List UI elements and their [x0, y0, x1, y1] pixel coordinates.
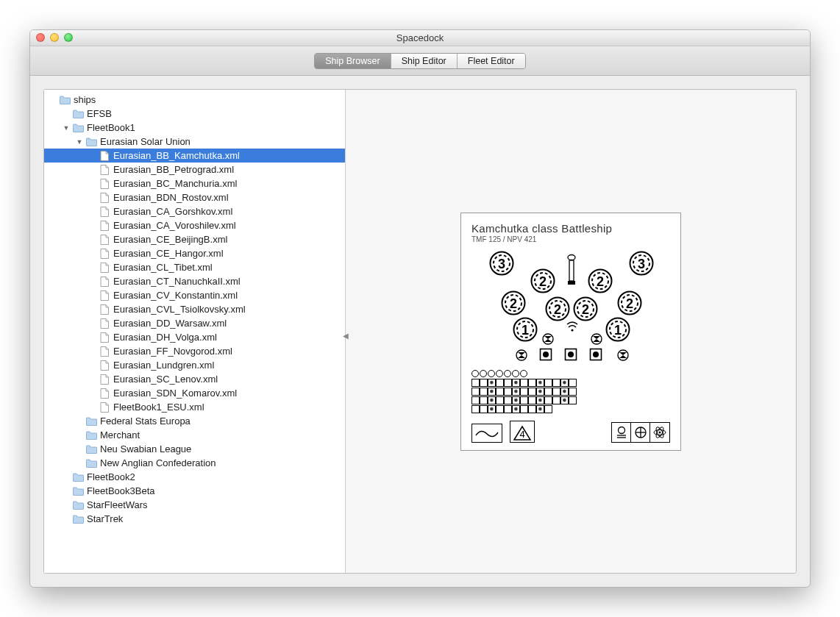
tree-file[interactable]: Eurasian_CV_Konstantin.xml — [44, 288, 345, 302]
file-tree[interactable]: shipsEFSB▼FleetBook1▼Eurasian Solar Unio… — [44, 93, 345, 526]
tree-folder[interactable]: ▼Eurasian Solar Union — [44, 135, 345, 149]
tree-item-label: Eurasian_SDN_Komarov.xml — [113, 388, 237, 399]
tree-item-label: Eurasian_CE_Hangor.xml — [113, 248, 224, 259]
tree-file[interactable]: Eurasian_DH_Volga.xml — [44, 330, 345, 344]
tree-folder[interactable]: Neu Swabian League — [44, 442, 345, 456]
svg-point-34 — [543, 334, 553, 344]
ship-card: Kamchutka class Battleship TMF 125 / NPV… — [460, 213, 681, 451]
weapon-battery-icon: 3 — [629, 251, 654, 276]
system-icon-2 — [631, 423, 650, 442]
tree-folder[interactable]: Federal Stats Europa — [44, 414, 345, 428]
tab-ship-editor[interactable]: Ship Editor — [391, 54, 458, 68]
tree-file[interactable]: Eurasian_DD_Warsaw.xml — [44, 316, 345, 330]
tree-folder[interactable]: FleetBook3Beta — [44, 484, 345, 498]
folder-icon — [85, 430, 97, 441]
file-icon — [99, 277, 110, 287]
folder-icon — [72, 123, 84, 133]
tree-item-label: FleetBook1_ESU.xml — [113, 402, 204, 413]
tree-folder[interactable]: New Anglian Confederation — [44, 456, 345, 470]
minimize-icon[interactable] — [50, 33, 59, 42]
tab-ship-browser[interactable]: Ship Browser — [315, 54, 391, 68]
tree-item-label: Eurasian_Lundgren.xml — [113, 360, 214, 371]
tree-file[interactable]: Eurasian_CA_Voroshilev.xml — [44, 218, 345, 232]
tree-folder[interactable]: Merchant — [44, 428, 345, 442]
svg-point-36 — [516, 350, 527, 360]
file-icon — [99, 332, 110, 343]
zoom-icon[interactable] — [64, 33, 73, 42]
file-tree-pane[interactable]: shipsEFSB▼FleetBook1▼Eurasian Solar Unio… — [44, 90, 346, 573]
titlebar[interactable]: Spacedock — [30, 30, 810, 46]
close-icon[interactable] — [36, 33, 45, 42]
tree-file[interactable]: Eurasian_Lundgren.xml — [44, 358, 345, 372]
folder-icon — [72, 514, 84, 524]
tree-file[interactable]: Eurasian_CE_BeijingB.xml — [44, 232, 345, 246]
ship-subtitle: TMF 125 / NPV 421 — [471, 235, 670, 243]
tree-file[interactable]: Eurasian_SC_Lenov.xml — [44, 372, 345, 386]
tree-item-label: Federal Stats Europa — [100, 416, 191, 427]
disclosure-triangle-icon[interactable]: ▼ — [75, 138, 84, 146]
tree-folder[interactable]: ships — [44, 93, 345, 107]
weapon-battery-icon: 1 — [605, 317, 630, 342]
tree-folder[interactable]: StarFleetWars — [44, 498, 345, 512]
ship-hull-grid — [471, 370, 670, 413]
tree-folder[interactable]: FleetBook2 — [44, 470, 345, 484]
file-icon — [99, 402, 110, 413]
pds-icon — [516, 349, 527, 363]
svg-point-43 — [593, 352, 599, 357]
tree-folder[interactable]: StarTrek — [44, 512, 345, 526]
tree-file[interactable]: FleetBook1_ESU.xml — [44, 400, 345, 414]
file-icon — [99, 263, 110, 273]
tree-file[interactable]: Eurasian_SDN_Komarov.xml — [44, 386, 345, 400]
tree-folder[interactable]: ▼FleetBook1 — [44, 121, 345, 135]
ship-systems-icons — [611, 422, 670, 443]
tree-file[interactable]: Eurasian_BC_Manchuria.xml — [44, 176, 345, 190]
svg-rect-31 — [569, 260, 574, 281]
tree-item-label: Eurasian_CE_BeijingB.xml — [113, 234, 227, 245]
tree-file[interactable]: Eurasian_BB_Petrograd.xml — [44, 163, 345, 176]
system-icon-3 — [650, 423, 669, 442]
tree-item-label: Eurasian_CA_Voroshilev.xml — [113, 220, 236, 231]
svg-text:2: 2 — [554, 302, 561, 317]
tree-item-label: Eurasian_CL_Tibet.xml — [113, 262, 213, 273]
pds-icon — [617, 349, 629, 363]
svg-text:1: 1 — [614, 323, 622, 338]
svg-point-41 — [568, 352, 574, 357]
tree-folder[interactable]: EFSB — [44, 107, 345, 121]
file-icon — [99, 304, 110, 315]
weapon-battery-icon: 2 — [501, 290, 526, 315]
weapon-battery-icon: 2 — [573, 296, 598, 321]
tree-file[interactable]: Eurasian_CE_Hangor.xml — [44, 246, 345, 260]
svg-text:2: 2 — [582, 302, 589, 317]
splitter-handle-icon[interactable]: ◀ — [343, 332, 349, 340]
tree-item-label: Eurasian_CT_NanuchkaII.xml — [113, 276, 241, 287]
tree-file[interactable]: Eurasian_CL_Tibet.xml — [44, 260, 345, 274]
tree-item-label: FleetBook2 — [87, 471, 135, 482]
tree-item-label: Eurasian_DD_Warsaw.xml — [113, 318, 227, 329]
armor-row — [471, 370, 670, 377]
window-controls — [36, 33, 73, 42]
folder-icon — [85, 416, 97, 427]
file-icon — [99, 151, 110, 161]
ship-footer-row: 4 — [471, 421, 670, 443]
tree-file[interactable]: Eurasian_CT_NanuchkaII.xml — [44, 274, 345, 288]
tab-fleet-editor[interactable]: Fleet Editor — [458, 54, 525, 68]
svg-text:2: 2 — [626, 296, 633, 311]
folder-icon — [59, 95, 71, 105]
tree-file[interactable]: Eurasian_BB_Kamchutka.xml — [44, 149, 345, 163]
window-title: Spacedock — [396, 32, 444, 43]
system-icon-1 — [612, 423, 631, 442]
file-icon — [99, 249, 110, 259]
svg-text:2: 2 — [597, 274, 604, 289]
folder-icon — [85, 137, 97, 147]
tree-item-label: Merchant — [100, 429, 140, 441]
hull-row — [471, 396, 670, 404]
tree-item-label: Eurasian_CV_Konstantin.xml — [113, 290, 238, 301]
tree-file[interactable]: Eurasian_FF_Novgorod.xml — [44, 344, 345, 358]
tree-item-label: Eurasian_BB_Petrograd.xml — [113, 164, 234, 175]
tree-file[interactable]: Eurasian_CA_Gorshkov.xml — [44, 204, 345, 218]
tree-file[interactable]: Eurasian_BDN_Rostov.xml — [44, 190, 345, 204]
hull-row — [471, 405, 670, 413]
disclosure-triangle-icon[interactable]: ▼ — [62, 124, 71, 132]
tree-file[interactable]: Eurasian_CVL_Tsiolkovsky.xml — [44, 302, 345, 316]
tree-item-label: StarTrek — [87, 513, 123, 524]
